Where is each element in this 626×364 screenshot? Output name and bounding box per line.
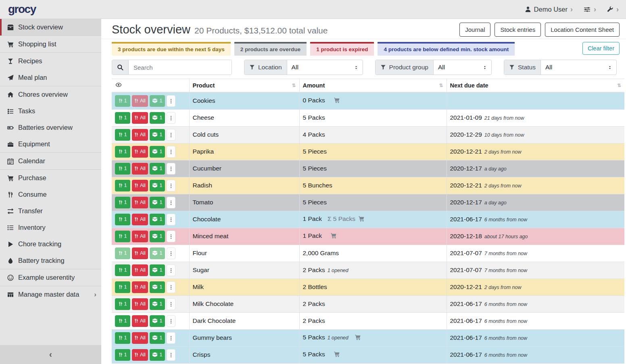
- consume-all-button[interactable]: All: [132, 231, 148, 242]
- open-one-button[interactable]: 1: [150, 248, 165, 259]
- consume-all-button[interactable]: All: [132, 315, 148, 327]
- consume-one-button[interactable]: 1: [115, 129, 130, 141]
- sidebar-item-manage-master-data[interactable]: Manage master data ›: [0, 286, 101, 303]
- open-one-button[interactable]: 1: [150, 349, 165, 361]
- consume-all-button[interactable]: All: [132, 248, 148, 259]
- open-one-button[interactable]: 1: [150, 95, 165, 107]
- open-one-button[interactable]: 1: [150, 315, 165, 327]
- row-more-menu-button[interactable]: ⋮: [167, 349, 175, 361]
- sidebar-item-purchase[interactable]: Purchase: [0, 170, 101, 186]
- open-one-button[interactable]: 1: [150, 231, 165, 242]
- open-one-button[interactable]: 1: [150, 129, 165, 141]
- consume-all-button[interactable]: All: [132, 95, 148, 107]
- sidebar-collapse-button[interactable]: ‹: [0, 345, 101, 364]
- row-more-menu-button[interactable]: ⋮: [167, 112, 175, 124]
- row-more-menu-button[interactable]: ⋮: [167, 163, 175, 175]
- eye-icon[interactable]: [115, 83, 122, 89]
- consume-one-button[interactable]: 1: [115, 231, 130, 242]
- row-more-menu-button[interactable]: ⋮: [167, 298, 175, 310]
- sidebar-item-batteries-overview[interactable]: Batteries overview: [0, 119, 101, 136]
- consume-one-button[interactable]: 1: [115, 95, 130, 107]
- consume-all-button[interactable]: All: [132, 332, 148, 344]
- consume-all-button[interactable]: All: [132, 298, 148, 310]
- sidebar-item-transfer[interactable]: Transfer: [0, 203, 101, 219]
- consume-all-button[interactable]: All: [132, 281, 148, 293]
- open-one-button[interactable]: 1: [150, 163, 165, 175]
- sidebar-item-calendar[interactable]: Calendar: [0, 153, 101, 169]
- open-one-button[interactable]: 1: [150, 112, 165, 124]
- consume-all-button[interactable]: All: [132, 163, 148, 175]
- consume-one-button[interactable]: 1: [115, 197, 130, 208]
- product-column-header[interactable]: Product⇅: [189, 79, 299, 93]
- open-one-button[interactable]: 1: [150, 180, 165, 191]
- row-more-menu-button[interactable]: ⋮: [167, 197, 175, 208]
- expired-banner[interactable]: 1 product is expired: [310, 42, 374, 56]
- row-more-menu-button[interactable]: ⋮: [167, 264, 175, 276]
- row-more-menu-button[interactable]: ⋮: [167, 129, 175, 141]
- row-more-menu-button[interactable]: ⋮: [167, 248, 175, 259]
- consume-one-button[interactable]: 1: [115, 264, 130, 276]
- sidebar-item-example-userentity[interactable]: Example userentity: [0, 269, 101, 286]
- open-one-button[interactable]: 1: [150, 298, 165, 310]
- sidebar-item-recipes[interactable]: Recipes: [0, 53, 101, 69]
- sidebar-item-battery-tracking[interactable]: Battery tracking: [0, 252, 101, 269]
- consume-all-button[interactable]: All: [132, 112, 148, 124]
- open-one-button[interactable]: 1: [150, 281, 165, 293]
- consume-one-button[interactable]: 1: [115, 112, 130, 124]
- consume-all-button[interactable]: All: [132, 129, 148, 141]
- sort-icon[interactable]: ⇅: [439, 83, 443, 88]
- open-one-button[interactable]: 1: [150, 197, 165, 208]
- open-one-button[interactable]: 1: [150, 214, 165, 225]
- sidebar-item-stock-overview[interactable]: Stock overview: [0, 19, 101, 35]
- consume-one-button[interactable]: 1: [115, 298, 130, 310]
- settings-menu[interactable]: ›: [583, 6, 596, 13]
- consume-one-button[interactable]: 1: [115, 281, 130, 293]
- location-filter-select[interactable]: All: [287, 60, 363, 75]
- row-more-menu-button[interactable]: ⋮: [167, 95, 175, 107]
- consume-one-button[interactable]: 1: [115, 214, 130, 225]
- consume-one-button[interactable]: 1: [115, 163, 130, 175]
- due-date-column-header[interactable]: Next due date⇅: [447, 79, 624, 93]
- consume-one-button[interactable]: 1: [115, 332, 130, 344]
- open-one-button[interactable]: 1: [150, 264, 165, 276]
- amount-column-header[interactable]: Amount⇅: [299, 79, 447, 93]
- sidebar-item-chore-tracking[interactable]: Chore tracking: [0, 236, 101, 252]
- consume-all-button[interactable]: All: [132, 214, 148, 225]
- open-one-button[interactable]: 1: [150, 332, 165, 344]
- consume-one-button[interactable]: 1: [115, 146, 130, 158]
- row-more-menu-button[interactable]: ⋮: [167, 281, 175, 293]
- row-more-menu-button[interactable]: ⋮: [167, 180, 175, 191]
- sidebar-item-inventory[interactable]: Inventory: [0, 219, 101, 236]
- consume-all-button[interactable]: All: [132, 146, 148, 158]
- clear-filter-button[interactable]: Clear filter: [582, 42, 620, 55]
- row-more-menu-button[interactable]: ⋮: [167, 315, 175, 327]
- location-content-sheet-button[interactable]: Location Content Sheet: [545, 23, 620, 37]
- consume-one-button[interactable]: 1: [115, 349, 130, 361]
- row-more-menu-button[interactable]: ⋮: [167, 214, 175, 225]
- search-input[interactable]: [129, 60, 232, 75]
- below-min-stock-banner[interactable]: 4 products are below defined min. stock …: [378, 42, 515, 56]
- sidebar-item-tasks[interactable]: Tasks: [0, 103, 101, 119]
- consume-all-button[interactable]: All: [132, 197, 148, 208]
- consume-all-button[interactable]: All: [132, 180, 148, 191]
- product-group-filter-select[interactable]: All: [434, 60, 491, 75]
- overdue-banner[interactable]: 2 products are overdue: [234, 42, 307, 56]
- status-filter-select[interactable]: All: [541, 60, 616, 75]
- sidebar-item-chores-overview[interactable]: Chores overview: [0, 86, 101, 103]
- sort-icon[interactable]: ⇅: [617, 83, 621, 88]
- admin-menu[interactable]: ›: [607, 6, 619, 13]
- row-more-menu-button[interactable]: ⋮: [167, 231, 175, 242]
- stock-entries-button[interactable]: Stock entries: [495, 23, 541, 37]
- row-more-menu-button[interactable]: ⋮: [167, 332, 175, 344]
- user-menu[interactable]: Demo User ›: [525, 6, 573, 13]
- sidebar-item-equipment[interactable]: Equipment: [0, 136, 101, 152]
- consume-one-button[interactable]: 1: [115, 180, 130, 191]
- due-soon-banner[interactable]: 3 products are due within the next 5 day…: [112, 42, 231, 56]
- consume-all-button[interactable]: All: [132, 349, 148, 361]
- consume-all-button[interactable]: All: [132, 264, 148, 276]
- open-one-button[interactable]: 1: [150, 146, 165, 158]
- sidebar-item-meal-plan[interactable]: Meal plan: [0, 69, 101, 86]
- row-more-menu-button[interactable]: ⋮: [167, 146, 175, 158]
- journal-button[interactable]: Journal: [459, 23, 490, 37]
- consume-one-button[interactable]: 1: [115, 315, 130, 327]
